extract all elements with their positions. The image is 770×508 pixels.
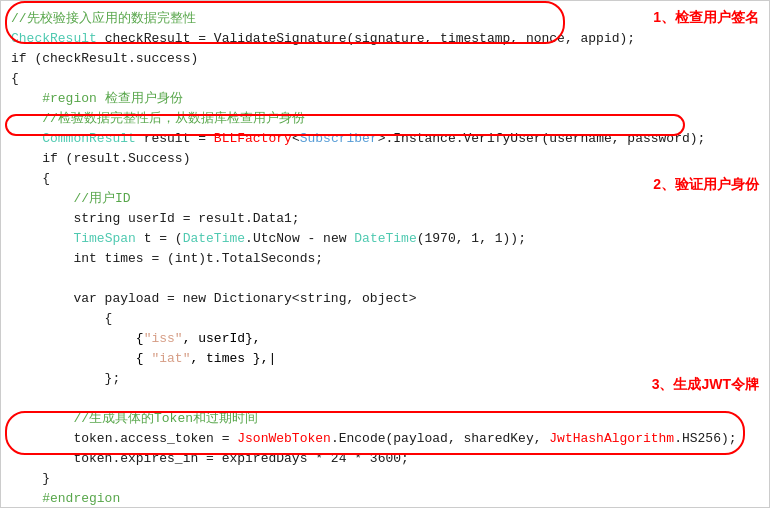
code-line-4: { — [11, 69, 759, 89]
code-line-23: token.expires_in = expiredDays * 24 * 36… — [11, 449, 759, 469]
code-line-11: string userId = result.Data1; — [11, 209, 759, 229]
code-line-21: //生成具体的Token和过期时间 — [11, 409, 759, 429]
code-line-5: #region 检查用户身份 — [11, 89, 759, 109]
annotation-label-1: 1、检查用户签名 — [653, 9, 759, 27]
code-line-15: var payload = new Dictionary<string, obj… — [11, 289, 759, 309]
code-line-18: { "iat", times },| — [11, 349, 759, 369]
code-viewer: //先校验接入应用的数据完整性 CheckResult checkResult … — [0, 0, 770, 508]
code-line-8: if (result.Success) — [11, 149, 759, 169]
code-line-22: token.access_token = JsonWebToken.Encode… — [11, 429, 759, 449]
code-line-17: {"iss", userId}, — [11, 329, 759, 349]
code-line-19: }; — [11, 369, 759, 389]
code-line-2: CheckResult checkResult = ValidateSignat… — [11, 29, 759, 49]
code-line-10: //用户ID — [11, 189, 759, 209]
code-line-6: //检验数据完整性后，从数据库检查用户身份 — [11, 109, 759, 129]
code-line-12: TimeSpan t = (DateTime.UtcNow - new Date… — [11, 229, 759, 249]
code-line-3: if (checkResult.success) — [11, 49, 759, 69]
annotation-label-2: 2、验证用户身份 — [653, 176, 759, 194]
code-line-7: CommonResult result = BLLFactory<Subscri… — [11, 129, 759, 149]
code-line-25: #endregion — [11, 489, 759, 508]
code-line-13: int times = (int)t.TotalSeconds; — [11, 249, 759, 269]
code-line-14 — [11, 269, 759, 289]
code-line-9: { — [11, 169, 759, 189]
annotation-label-3: 3、生成JWT令牌 — [652, 376, 759, 394]
code-line-16: { — [11, 309, 759, 329]
code-line-20 — [11, 389, 759, 409]
code-line-24: } — [11, 469, 759, 489]
code-line-1: //先校验接入应用的数据完整性 — [11, 9, 759, 29]
